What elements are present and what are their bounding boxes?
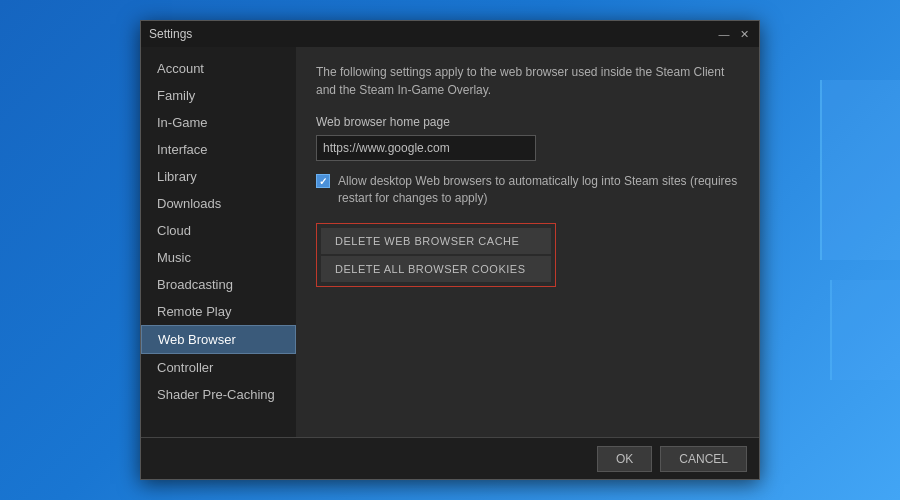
sidebar-item-library[interactable]: Library xyxy=(141,163,296,190)
sidebar-item-broadcasting[interactable]: Broadcasting xyxy=(141,271,296,298)
window-body: Account Family In-Game Interface Library… xyxy=(141,47,759,437)
sidebar: Account Family In-Game Interface Library… xyxy=(141,47,296,437)
minimize-button[interactable]: — xyxy=(717,27,731,41)
checkmark-icon: ✓ xyxy=(319,176,327,187)
cancel-button[interactable]: CANCEL xyxy=(660,446,747,472)
home-page-input[interactable] xyxy=(316,135,536,161)
desktop: Settings — ✕ Account Family In-Game Inte… xyxy=(0,0,900,500)
delete-cache-button[interactable]: DELETE WEB BROWSER CACHE xyxy=(321,228,551,254)
title-bar: Settings — ✕ xyxy=(141,21,759,47)
sidebar-item-web-browser[interactable]: Web Browser xyxy=(141,325,296,354)
window-title: Settings xyxy=(149,27,192,41)
sidebar-item-cloud[interactable]: Cloud xyxy=(141,217,296,244)
sidebar-item-controller[interactable]: Controller xyxy=(141,354,296,381)
settings-window: Settings — ✕ Account Family In-Game Inte… xyxy=(140,20,760,480)
window-decoration-right2 xyxy=(830,280,900,380)
window-footer: OK CANCEL xyxy=(141,437,759,479)
title-bar-controls: — ✕ xyxy=(717,27,751,41)
description-text: The following settings apply to the web … xyxy=(316,63,739,99)
sidebar-item-remote-play[interactable]: Remote Play xyxy=(141,298,296,325)
checkbox-label: Allow desktop Web browsers to automatica… xyxy=(338,173,739,207)
sidebar-item-interface[interactable]: Interface xyxy=(141,136,296,163)
auto-login-checkbox[interactable]: ✓ xyxy=(316,174,330,188)
delete-cookies-button[interactable]: DELETE ALL BROWSER COOKIES xyxy=(321,256,551,282)
action-buttons-group: DELETE WEB BROWSER CACHE DELETE ALL BROW… xyxy=(316,223,556,287)
close-button[interactable]: ✕ xyxy=(737,27,751,41)
checkbox-row: ✓ Allow desktop Web browsers to automati… xyxy=(316,173,739,207)
sidebar-item-account[interactable]: Account xyxy=(141,55,296,82)
sidebar-item-family[interactable]: Family xyxy=(141,82,296,109)
main-content: The following settings apply to the web … xyxy=(296,47,759,437)
ok-button[interactable]: OK xyxy=(597,446,652,472)
sidebar-item-in-game[interactable]: In-Game xyxy=(141,109,296,136)
sidebar-item-shader-pre-caching[interactable]: Shader Pre-Caching xyxy=(141,381,296,408)
sidebar-item-downloads[interactable]: Downloads xyxy=(141,190,296,217)
window-decoration-right xyxy=(820,80,900,260)
home-page-label: Web browser home page xyxy=(316,115,739,129)
sidebar-item-music[interactable]: Music xyxy=(141,244,296,271)
